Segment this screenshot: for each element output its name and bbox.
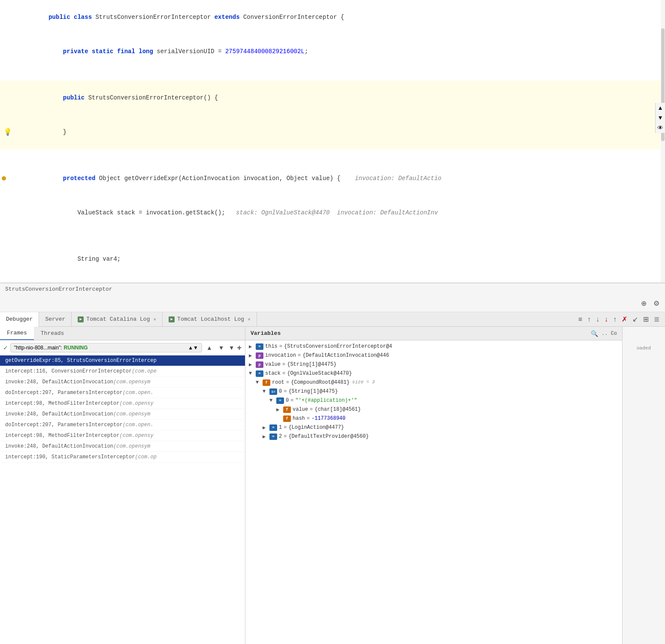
menu-icon-btn[interactable]: ≡ [576,314,584,325]
code-content-5: } [15,115,66,149]
frame-1-pkg: (com.ope [132,368,157,374]
item0-expand[interactable]: ▼ [263,388,269,394]
frame-3-text: doIntercept:207, ParametersInterceptor [5,390,123,396]
value-val: {String[1]@4475} [287,361,336,367]
hash-icon: f [283,415,291,422]
variables-search-btn[interactable]: 🔍 [589,329,600,338]
debugger-toolbar: ⊕ ⚙ [0,295,665,312]
breakpoint-dot-7 [2,176,6,181]
filter-btn[interactable]: ▼ [229,344,235,351]
bulb-icon: 💡 [3,128,12,136]
root-expand[interactable]: ▼ [256,379,263,385]
frame-item-3[interactable]: doIntercept:207, ParametersInterceptor (… [0,388,245,398]
frame-item-2[interactable]: invoke:248, DefaultActionInvocation (com… [0,377,245,388]
tab-tomcat-localhost-close[interactable]: ✕ [248,316,251,322]
invocation-value: {DefaultActionInvocation@446 [302,352,389,358]
code-editor: public class StrutsConversionErrorInterc… [0,0,665,283]
frame-item-9[interactable]: intercept:190, StaticParametersIntercept… [0,452,245,463]
frame-5-text: invoke:248, DefaultActionInvocation [5,411,113,417]
variables-header-right: 🔍 .. Co [589,329,617,338]
settings-btn[interactable]: ⚙ [651,298,662,309]
tab-server-label: Server [45,316,65,322]
code-content-6 [15,150,23,161]
var-0[interactable]: ▼ 1= 0 = {String[1]@4475} [245,387,622,396]
root-meta: size = 3 [352,379,375,385]
frame-item-7[interactable]: intercept:98, MethodFilterInterceptor (c… [0,430,245,441]
invocation-expand[interactable]: ▶ [249,352,256,359]
item0-str-icon: = [276,397,284,404]
stack-name: stack [265,370,281,376]
code-content-1: public class StrutsConversionErrorInterc… [15,0,344,34]
this-expand[interactable]: ▶ [249,343,256,350]
frame-item-6[interactable]: doIntercept:207, ParametersInterceptor (… [0,420,245,430]
tab-debugger[interactable]: Debugger [0,312,39,327]
list-btn[interactable]: ≣ [652,314,662,325]
var-this[interactable]: ▶ = this = {StrutsConversionErrorInterce… [245,342,622,351]
down-save-btn[interactable]: ↓ [594,314,602,325]
var-value[interactable]: ▶ p value = {String[1]@4475} [245,360,622,369]
frame-6-text: doIntercept:207, ParametersInterceptor [5,422,123,428]
var-0-str[interactable]: ▼ = 0 = "'+(#application)+'" [245,396,622,405]
frame-9-pkg: (com.op [135,454,156,460]
step-btn[interactable]: ↙ [630,314,640,325]
var-1[interactable]: ▶ = 1 = {LoginAction@4477} [245,423,622,432]
frame-item-8[interactable]: invoke:248, DefaultActionInvocation (com… [0,441,245,452]
frame-item-4[interactable]: intercept:98, MethodFilterInterceptor (c… [0,398,245,409]
gutter-5: 💡 [0,128,15,136]
code-scrollbar[interactable] [661,0,665,283]
tab-server[interactable]: Server [39,312,72,327]
thread-up-btn[interactable]: ▲ [205,343,214,352]
code-line-1: public class StrutsConversionErrorInterc… [0,0,665,34]
frame-1-text: intercept:116, ConversionErrorIntercepto… [5,368,132,374]
code-line-6 [0,149,665,161]
panel-tab-frames[interactable]: Frames [0,327,34,340]
var-stack[interactable]: ▼ = stack = {OgnlValueStack@4470} [245,369,622,378]
item0-str-value: "'+(#application)+'" [295,397,357,403]
frame-8-text: invoke:248, DefaultActionInvocation [5,443,113,449]
item1-icon: = [269,424,277,431]
right-extra-panel: oaded [622,327,665,644]
variables-list: ▶ = this = {StrutsConversionErrorInterce… [245,340,622,644]
var-invocation[interactable]: ▶ p invocation = {DefaultActionInvocatio… [245,351,622,360]
close-red-btn[interactable]: ✗ [620,314,629,325]
code-line-10: String var4; [0,242,665,276]
variables-extra-label: .. Co [602,331,617,337]
item2-expand[interactable]: ▶ [263,433,269,440]
item2-name: 2 [279,433,282,439]
value-expand[interactable]: ▶ [249,361,256,368]
var-2[interactable]: ▶ = 2 = {DefaultTextProvider@4560} [245,432,622,441]
char-expand[interactable]: ▶ [276,406,283,413]
frame-4-pkg: (com.opensy [119,400,153,406]
frame-item-5[interactable]: invoke:248, DefaultActionInvocation (com… [0,409,245,420]
invocation-name: invocation [265,352,296,358]
add-frame-btn[interactable]: + [237,343,242,352]
item1-expand[interactable]: ▶ [263,424,269,431]
up-btn[interactable]: ↑ [585,314,593,325]
down-red-btn[interactable]: ↓ [602,314,610,325]
thread-down-btn[interactable]: ▼ [217,343,226,352]
up-arrow-btn[interactable]: ↑ [611,314,619,325]
panel-tab-threads[interactable]: Threads [34,327,71,340]
thread-name-btn[interactable]: "http-nio-808...main": RUNNING ▲▼ [10,343,202,352]
var-char-value[interactable]: ▶ f value = {char[18]@4561} [245,405,622,414]
var-hash: f hash = -1177368940 [245,414,622,423]
root-icon: f [263,379,270,386]
code-line-11: try { [0,276,665,283]
grid-btn[interactable]: ⊞ [641,314,651,325]
tab-tomcat-localhost[interactable]: ▶ Tomcat Localhost Log ✕ [163,312,257,327]
thread-status-badge: RUNNING [64,345,88,351]
frame-item-1[interactable]: intercept:116, ConversionErrorIntercepto… [0,366,245,377]
variables-header: Variables 🔍 .. Co [245,327,622,340]
tab-tomcat-catalina[interactable]: ▶ Tomcat Catalina Log ✕ [72,312,163,327]
tab-tomcat-catalina-close[interactable]: ✕ [153,316,156,322]
tab-tomcat-catalina-label: Tomcat Catalina Log [86,316,150,322]
stack-expand[interactable]: ▼ [249,370,256,376]
debugger-main: Frames Threads ✓ "http-nio-808...main": … [0,327,665,644]
globe-btn[interactable]: ⊕ [639,298,649,309]
thread-selector: ✓ "http-nio-808...main": RUNNING ▲▼ ▲ ▼ … [0,340,245,355]
item0-str-expand[interactable]: ▼ [269,397,276,403]
code-content-2: private static final long serialVersionU… [15,35,308,68]
value-icon: p [256,361,263,368]
var-root[interactable]: ▼ f root = {CompoundRoot@4481} size = 3 [245,378,622,387]
frame-item-0[interactable]: getOverrideExpr:85, StrutsConversionErro… [0,355,245,366]
